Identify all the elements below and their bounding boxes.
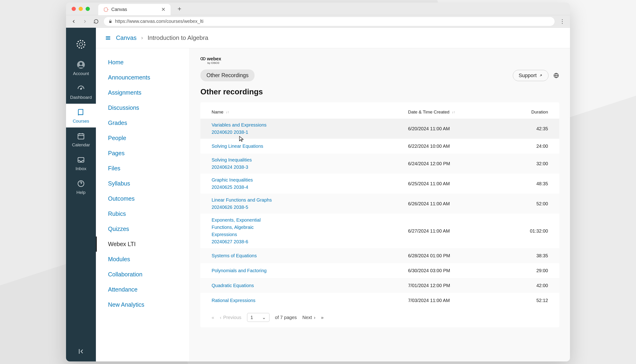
support-label: Support (519, 72, 537, 78)
external-link-icon (539, 74, 543, 77)
breadcrumb-current: Introduction to Algebra (147, 34, 208, 42)
inbox-icon (77, 156, 85, 164)
address-bar[interactable]: https://www.canvas.com/courses/webex_lti (104, 17, 555, 26)
recording-link[interactable]: Polynomials and Factoring (211, 267, 267, 274)
coursenav-item-new-analytics[interactable]: New Analytics (96, 297, 189, 312)
svg-point-5 (81, 88, 81, 89)
maximize-window-button[interactable] (86, 7, 90, 11)
lock-icon (108, 20, 112, 23)
recording-link[interactable]: Variables and Expressions 20240620 2038-… (211, 122, 266, 136)
coursenav-item-home[interactable]: Home (96, 55, 189, 70)
coursenav-item-people[interactable]: People (96, 130, 189, 146)
recording-date: 6/20/2024 11:00 AM (408, 126, 492, 132)
column-date[interactable]: Date & Time Created↓↑ (408, 110, 492, 115)
globe-icon[interactable] (553, 72, 559, 78)
recording-date: 6/26/2024 11:00 AM (408, 201, 492, 206)
courses-icon (77, 108, 85, 117)
coursenav-item-pages[interactable]: Pages (96, 146, 189, 161)
nav-courses[interactable]: Courses (66, 104, 96, 128)
reload-button[interactable] (93, 18, 100, 25)
nav-label: Inbox (76, 166, 86, 171)
recording-duration: 52:00 (492, 201, 548, 206)
coursenav-item-attendance[interactable]: Attendance (96, 282, 189, 297)
coursenav-item-rubics[interactable]: Rubics (96, 206, 189, 222)
window-controls (72, 7, 90, 11)
coursenav-item-discussions[interactable]: Discussions (96, 100, 189, 115)
recording-duration: 32:00 (492, 161, 548, 166)
overflow-menu-icon[interactable]: ⋮ (559, 18, 566, 25)
close-window-button[interactable] (72, 7, 76, 11)
coursenav-item-webex-lti[interactable]: Webex LTI (96, 236, 189, 252)
recording-duration: 38:35 (492, 253, 548, 258)
recording-link[interactable]: Quadratic Equations (211, 282, 254, 289)
coursenav-item-assignments[interactable]: Assignments (96, 85, 189, 100)
nav-label: Courses (73, 118, 89, 124)
url-text: https://www.canvas.com/courses/webex_lti (115, 19, 203, 24)
help-icon (77, 179, 85, 188)
table-row: Exponents, Exponential Functions, Algebr… (200, 214, 559, 248)
coursenav-item-outcomes[interactable]: Outcomes (96, 191, 189, 206)
recording-link[interactable]: Systems of Equations (211, 252, 257, 259)
recording-date: 6/22/2024 10:00 AM (408, 144, 492, 149)
svg-rect-6 (78, 134, 84, 139)
back-button[interactable] (70, 18, 77, 25)
minimize-window-button[interactable] (79, 7, 83, 11)
coursenav-item-announcements[interactable]: Announcements (96, 70, 189, 85)
close-tab-icon[interactable]: ✕ (161, 6, 165, 12)
table-row: Linear Functions and Graphs 20240626 203… (200, 194, 559, 214)
coursenav-item-syllabus[interactable]: Syllabus (96, 176, 189, 191)
recording-link[interactable]: Solving Inequalities 20240624 2038-3 (211, 156, 252, 171)
recording-duration: 42:35 (492, 126, 548, 132)
browser-window: Canvas ✕ + https://www.canvas.com/course… (66, 2, 570, 362)
browser-tab[interactable]: Canvas ✕ (98, 4, 170, 15)
app-body: Account Dashboard Courses Calendar Inbox… (66, 28, 570, 362)
support-button[interactable]: Support (513, 70, 548, 81)
recording-date: 6/27/2024 11:00 AM (408, 228, 492, 234)
chevron-right-icon: › (141, 35, 143, 41)
nav-account[interactable]: Account (66, 56, 96, 80)
recording-duration: 52:12 (492, 298, 548, 303)
first-page-button[interactable]: « (211, 315, 214, 320)
coursenav-item-modules[interactable]: Modules (96, 252, 189, 267)
page-select[interactable]: 1⌄ (247, 313, 270, 322)
next-button[interactable]: Next › (302, 315, 315, 320)
breadcrumb-root[interactable]: Canvas (116, 34, 136, 42)
nav-dashboard[interactable]: Dashboard (66, 80, 96, 104)
svg-point-1 (77, 40, 85, 48)
nav-label: Account (73, 71, 89, 76)
nav-label: Dashboard (70, 95, 92, 100)
recording-link[interactable]: Linear Functions and Graphs 20240626 203… (211, 196, 272, 211)
recording-link[interactable]: Graphic Inequalities 20240625 2038-4 (211, 176, 253, 191)
recordings-pill[interactable]: Other Recordings (200, 70, 255, 81)
brand-name: webex (207, 56, 221, 62)
collapse-nav-icon[interactable] (77, 348, 84, 355)
sort-icon: ↓↑ (452, 110, 455, 114)
forward-button[interactable] (81, 18, 88, 25)
brand-row: webexby CISCO (200, 56, 559, 64)
hamburger-icon[interactable] (105, 35, 111, 41)
svg-point-2 (79, 43, 83, 46)
user-icon (77, 60, 85, 69)
recordings-table: Name↓↑ Date & Time Created↓↑ Duration Va… (200, 102, 559, 328)
coursenav-item-collaboration[interactable]: Collaboration (96, 267, 189, 282)
dashboard-icon (77, 84, 85, 93)
recording-link[interactable]: Solving Linear Equations (211, 142, 263, 150)
nav-label: Calendar (72, 142, 90, 148)
nav-calendar[interactable]: Calendar (66, 128, 96, 151)
column-name[interactable]: Name↓↑ (211, 110, 408, 115)
previous-button[interactable]: ‹ Previous (220, 315, 241, 320)
coursenav-item-quizzes[interactable]: Quizzes (96, 222, 189, 236)
nav-help[interactable]: Help (66, 175, 96, 199)
column-duration[interactable]: Duration (492, 110, 548, 115)
coursenav-item-files[interactable]: Files (96, 161, 189, 176)
pagination: « ‹ Previous 1⌄ of 7 pages Next › » (200, 308, 559, 322)
recording-link[interactable]: Rational Expressions (211, 297, 256, 304)
title-bar: Canvas ✕ + (66, 2, 570, 15)
new-tab-button[interactable]: + (177, 5, 181, 12)
coursenav-item-grades[interactable]: Grades (96, 115, 189, 130)
canvas-logo[interactable] (66, 34, 96, 56)
last-page-button[interactable]: » (321, 315, 324, 320)
recording-duration: 24:00 (492, 144, 548, 149)
recording-link[interactable]: Exponents, Exponential Functions, Algebr… (211, 216, 272, 246)
nav-inbox[interactable]: Inbox (66, 151, 96, 175)
